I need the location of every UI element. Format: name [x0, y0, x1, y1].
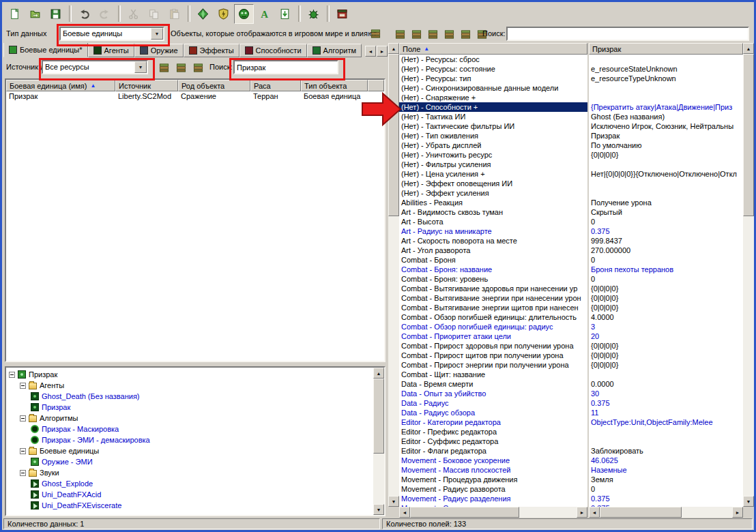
field-row[interactable]: Combat - Обзор погибшей единицы: радиус: [399, 322, 587, 331]
field-row[interactable]: Combat - Обзор погибшей единицы: длитель…: [399, 312, 587, 322]
field-row[interactable]: Movement - Процедура движения: [399, 475, 587, 484]
value-column-header[interactable]: Призрак: [589, 43, 743, 55]
collapse-icon[interactable]: [20, 415, 26, 422]
data-source-dropdown[interactable]: Все ресурсы ▼: [42, 60, 148, 74]
value-row[interactable]: Земля: [589, 475, 743, 484]
import-module-button[interactable]: [275, 4, 295, 24]
value-row[interactable]: 4.0000: [589, 312, 743, 322]
field-row[interactable]: Art - Видимость сквозь туман: [399, 207, 587, 217]
value-row[interactable]: 3: [589, 322, 743, 331]
field-row[interactable]: Combat - Прирост щитов при получении уро…: [399, 351, 587, 360]
value-row[interactable]: {Прекратить атаку|Атака|Движение|Приз: [589, 102, 743, 112]
value-row[interactable]: Получение урона: [589, 198, 743, 207]
show-basic-fields-button[interactable]: [458, 27, 474, 42]
value-row[interactable]: Нет|{0|0|0|0}}{Отключено|Отключено|Откл: [589, 169, 743, 179]
tab-abilities[interactable]: Способности: [239, 44, 307, 57]
scroll-up-button[interactable]: ▲: [388, 43, 399, 54]
undo-button[interactable]: [74, 4, 94, 24]
field-row[interactable]: Movement - Массив плоскостей: [399, 465, 587, 475]
scroll-down-button[interactable]: ▼: [373, 504, 384, 515]
value-row[interactable]: Призрак: [589, 131, 743, 141]
value-row[interactable]: 270.000000: [589, 246, 743, 255]
chevron-down-icon[interactable]: ▼: [151, 28, 163, 40]
column-header-0[interactable]: Боевая единица (имя)▲: [6, 80, 115, 91]
field-row[interactable]: (Нет) - Ресурсы: сброс: [399, 55, 587, 64]
scroll-up-button[interactable]: ▲: [373, 368, 384, 379]
tree-item[interactable]: Uni_DeathFXAcid: [6, 489, 373, 500]
value-row[interactable]: [589, 437, 743, 446]
field-row[interactable]: (Нет) - Цена усиления +: [399, 169, 587, 179]
value-row[interactable]: [589, 179, 743, 188]
view-sorted-fields-button[interactable]: [392, 27, 408, 42]
value-row[interactable]: {0|0|0|0}: [589, 150, 743, 160]
value-row[interactable]: 30: [589, 389, 743, 398]
field-row[interactable]: (Нет) - Фильтры усиления: [399, 160, 587, 169]
field-row[interactable]: Combat - Прирост здоровья при получении …: [399, 341, 587, 351]
collapse-icon[interactable]: [20, 448, 26, 454]
tree-item[interactable]: Оружие - ЭМИ: [6, 456, 373, 467]
table-row[interactable]: ПризракLiberty.SC2ModСражениеТерранБоева…: [6, 91, 384, 101]
tree-item[interactable]: Звуки: [6, 467, 373, 478]
tab-algorithms[interactable]: Алгоритм: [307, 44, 362, 57]
collapse-icon[interactable]: [9, 372, 15, 378]
value-row[interactable]: 46.0625: [589, 456, 743, 465]
field-row[interactable]: (Нет) - Уничтожить ресурс: [399, 150, 587, 160]
tree-item[interactable]: Призрак: [6, 369, 373, 380]
terrain-module-button[interactable]: [193, 4, 213, 24]
field-row[interactable]: Movement - Радиус разворота: [399, 484, 587, 494]
open-document-button[interactable]: [25, 4, 45, 24]
field-row[interactable]: Combat - Вытягивание здоровья при нанесе…: [399, 284, 587, 293]
column-header-1[interactable]: Источник: [115, 80, 178, 91]
field-row[interactable]: (Нет) - Эффект оповещения ИИ: [399, 179, 587, 188]
scroll-right-button[interactable]: ►: [577, 507, 587, 518]
values-scrollbar[interactable]: ▲ ▼: [743, 43, 754, 507]
field-row[interactable]: Abilities - Реакция: [399, 198, 587, 207]
tree-item[interactable]: Ghost_Explode: [6, 478, 373, 489]
value-row[interactable]: 11: [589, 408, 743, 417]
value-row[interactable]: [589, 188, 743, 198]
values-hscrollbar[interactable]: ◄ ►: [589, 507, 743, 518]
value-row[interactable]: [589, 160, 743, 169]
tree-scrollbar[interactable]: ▲ ▼: [373, 368, 384, 515]
new-document-button[interactable]: [5, 4, 25, 24]
data-collection-icon[interactable]: [368, 26, 383, 42]
field-row[interactable]: Data - Радиус: [399, 398, 587, 408]
field-row[interactable]: Editor - Флаги редактора: [399, 446, 587, 456]
column-header-2[interactable]: Род объекта: [178, 80, 250, 91]
value-row[interactable]: {0|0|0|0}: [589, 284, 743, 293]
scroll-left-button[interactable]: ◄: [399, 507, 410, 518]
field-row[interactable]: (Нет) - Тип оживления: [399, 131, 587, 141]
value-row[interactable]: {0|0|0|0}: [589, 303, 743, 312]
tree-item[interactable]: Призрак - ЭМИ - демаскировка: [6, 434, 373, 445]
value-row[interactable]: {0|0|0|0}: [589, 351, 743, 360]
value-row[interactable]: Скрытый: [589, 207, 743, 217]
value-row[interactable]: e_resourceStateUnknown: [589, 64, 743, 74]
value-row[interactable]: [589, 93, 743, 102]
tab-scroll-left-button[interactable]: ◄: [365, 46, 376, 57]
value-row[interactable]: [589, 370, 743, 379]
value-row[interactable]: [589, 427, 743, 437]
value-row[interactable]: {0|0|0|0}: [589, 293, 743, 303]
show-default-fields-button[interactable]: [441, 27, 457, 42]
field-row[interactable]: Combat - Броня: название: [399, 265, 587, 274]
sources-view-button[interactable]: [190, 60, 206, 76]
field-row[interactable]: (Нет) - Тактика ИИ: [399, 112, 587, 121]
value-row[interactable]: 0.375: [589, 398, 743, 408]
field-row[interactable]: Combat - Вытягивание энергии при нанесен…: [399, 293, 587, 303]
value-row[interactable]: 20: [589, 331, 743, 341]
value-row[interactable]: Броня пехоты терранов: [589, 265, 743, 274]
field-row[interactable]: Movement - Боковое ускорение: [399, 456, 587, 465]
data-type-dropdown[interactable]: Боевые единицы ▼: [59, 27, 164, 41]
field-row[interactable]: Editor - Категории редактора: [399, 417, 587, 427]
chevron-down-icon[interactable]: ▼: [134, 61, 147, 73]
default-values-button[interactable]: [173, 60, 189, 76]
field-row[interactable]: Combat - Прирост энергии при получении у…: [399, 360, 587, 370]
unit-search-input[interactable]: [235, 61, 337, 73]
fields-hscrollbar[interactable]: ◄ ►: [399, 507, 587, 518]
column-header-4[interactable]: Тип объекта: [301, 80, 368, 91]
value-row[interactable]: По умолчанию: [589, 141, 743, 150]
value-row[interactable]: Ghost (Без названия): [589, 112, 743, 121]
field-row[interactable]: Data - Время смерти: [399, 379, 587, 389]
tab-weapons[interactable]: Оружие: [134, 44, 184, 57]
view-categorized-fields-button[interactable]: [409, 27, 424, 42]
